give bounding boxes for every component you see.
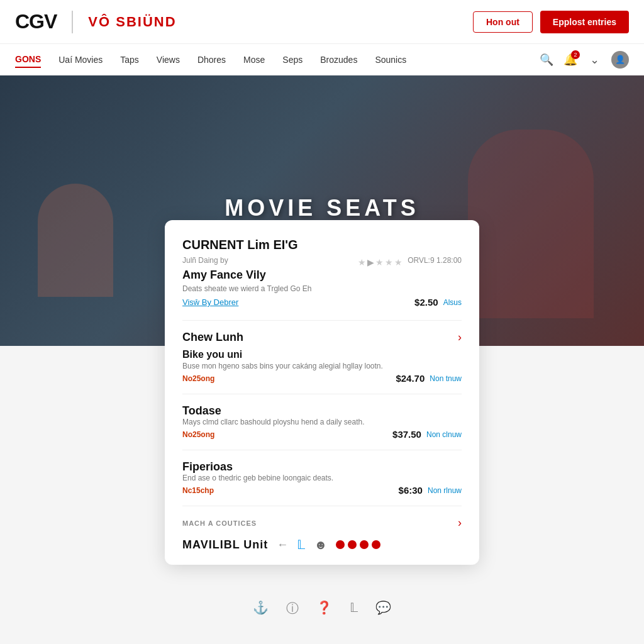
footer-chat-icon[interactable]: 💬 <box>375 600 391 617</box>
footer-question-icon[interactable]: ❓ <box>316 600 332 617</box>
logo-divider <box>72 11 73 33</box>
sub3-item-footer: Nc15chp $6:30 Non rlnuw <box>182 485 462 496</box>
logo-subtitle: VÔ SBIÜND <box>88 14 176 30</box>
dots-row <box>336 540 380 549</box>
sub1-tag-link[interactable]: Non tnuw <box>430 374 462 383</box>
star-5: ★ <box>394 257 402 267</box>
header-left: CGV VÔ SBIÜND <box>15 10 177 33</box>
listing-footer: Visŵ By Debrer $2.50 Alsus <box>182 297 462 308</box>
share-title: MAVILIBL Unit <box>182 538 268 552</box>
notification-icon[interactable]: 🔔 2 <box>564 53 577 67</box>
chevron-right-icon-1[interactable]: › <box>458 331 462 344</box>
back-icon[interactable]: ← <box>277 538 288 552</box>
sub3-item-desc: End ase o thedric geb bebine loongaic de… <box>182 474 462 482</box>
notification-badge: 2 <box>571 50 580 59</box>
share-row: MAVILIBL Unit ← 𝕃 ☻ <box>182 537 462 552</box>
footer: ⚓ ⓘ ❓ 𝕃 💬 <box>0 590 644 622</box>
nav-item-sounics[interactable]: Sounics <box>375 52 406 67</box>
main-card: CURNENT Lim EI'G Julñ Daing by ★ ▶ ★ ★ ★… <box>165 220 479 565</box>
sub2-item-footer: No25ong $37.50 Non clnuw <box>182 429 462 440</box>
nav-item-seps[interactable]: Seps <box>282 52 303 67</box>
chevron-down-icon[interactable]: ⌄ <box>587 53 601 67</box>
sub1-item-footer: No25ong $24.70 Non tnuw <box>182 373 462 384</box>
nav-item-mose[interactable]: Mose <box>243 52 265 67</box>
sub3-tag: Nc15chp <box>182 486 214 495</box>
divider-4 <box>182 506 462 506</box>
star-4: ★ <box>385 257 393 267</box>
listing-link[interactable]: Visŵ By Debrer <box>182 297 238 307</box>
sub-section-3-header: Fiperioas <box>182 460 462 474</box>
nav-item-taps[interactable]: Taps <box>120 52 139 67</box>
sub2-price: $37.50 <box>392 429 421 440</box>
nav-icons: 🔍 🔔 2 ⌄ 👤 <box>540 51 629 69</box>
sub-section-3: Fiperioas End ase o thedric geb bebine l… <box>182 460 462 496</box>
epost-entries-button[interactable]: Epplost entries <box>540 11 629 33</box>
listing-meta-left: Julñ Daing by <box>182 256 228 265</box>
search-icon[interactable]: 🔍 <box>540 53 553 67</box>
dot-4[interactable] <box>372 540 380 549</box>
nav-item-gons[interactable]: GONS <box>15 52 41 68</box>
avatar[interactable]: 👤 <box>611 51 629 69</box>
nav-item-dhores[interactable]: Dhores <box>197 52 226 67</box>
sub2-price-section: $37.50 Non clnuw <box>392 429 462 440</box>
dot-1[interactable] <box>336 540 345 549</box>
footer-info-icon[interactable]: ⓘ <box>286 600 299 617</box>
sub1-item-name: Bike you uni <box>182 349 462 360</box>
divider-3 <box>182 450 462 450</box>
sub1-price-section: $24.70 Non tnuw <box>396 373 462 384</box>
sub3-price-section: $6:30 Non rlnuw <box>399 485 462 496</box>
sub3-price: $6:30 <box>399 485 423 496</box>
listing-meta-right: ORVL:9 1.28:00 <box>408 256 462 265</box>
chevron-right-icon-share[interactable]: › <box>458 516 462 530</box>
main-container: CURNENT Lim EI'G Julñ Daing by ★ ▶ ★ ★ ★… <box>0 220 644 590</box>
sub-section-2-title: Todase <box>182 404 221 418</box>
price-section: $2.50 Alsus <box>414 297 462 308</box>
listing-price-link[interactable]: Alsus <box>443 298 462 307</box>
sub2-item-desc: Mays clmd cllarc bashould ployshu hend a… <box>182 418 462 426</box>
sub-section-2-header: Todase <box>182 404 462 418</box>
twitter-icon[interactable]: 𝕃 <box>297 537 305 552</box>
share-label: MACH A COUTICES <box>182 519 257 527</box>
divider-2 <box>182 394 462 394</box>
main-nav: GONS Uaí Movies Taps Views Dhores Mose S… <box>0 44 644 75</box>
share-section: MACH A COUTICES › MAVILIBL Unit ← 𝕃 ☻ <box>182 516 462 552</box>
logo-cgv: CGV <box>15 10 57 33</box>
world-icon[interactable]: ☻ <box>314 538 327 552</box>
share-header[interactable]: MACH A COUTICES › <box>182 516 462 530</box>
nav-item-brozudes[interactable]: Brozudes <box>320 52 357 67</box>
listing-name: Amy Fance Vily <box>182 269 462 282</box>
listing-desc: Deats sheate we wierd a Trgled Go Eh <box>182 284 462 293</box>
header: CGV VÔ SBIÜND Hon out Epplost entries <box>0 0 644 44</box>
sub-section-3-title: Fiperioas <box>182 460 233 474</box>
sub3-tag-link[interactable]: Non rlnuw <box>428 486 462 495</box>
footer-twitter-icon[interactable]: 𝕃 <box>350 600 358 617</box>
sub2-tag-link[interactable]: Non clnuw <box>426 430 462 439</box>
current-listing-title: CURNENT Lim EI'G <box>182 238 462 252</box>
star-rating: ★ ▶ ★ ★ ★ <box>358 257 402 267</box>
footer-anchor-icon[interactable]: ⚓ <box>253 600 269 617</box>
header-right: Hon out Epplost entries <box>473 11 629 33</box>
star-1: ★ <box>358 257 366 267</box>
sub1-tag: No25ong <box>182 374 214 383</box>
divider-1 <box>182 320 462 321</box>
star-3: ★ <box>375 257 384 267</box>
sub-section-1-title: Chew Lunh <box>182 331 243 344</box>
listing-price: $2.50 <box>414 297 438 308</box>
star-play[interactable]: ▶ <box>367 257 374 267</box>
sub-section-1-header[interactable]: Chew Lunh › <box>182 331 462 344</box>
dot-2[interactable] <box>348 540 357 549</box>
current-listing-section: CURNENT Lim EI'G Julñ Daing by ★ ▶ ★ ★ ★… <box>182 238 462 308</box>
sub2-tag: No25ong <box>182 430 214 439</box>
dot-3[interactable] <box>360 540 369 549</box>
listing-meta-row: Julñ Daing by ★ ▶ ★ ★ ★ ORVL:9 1.28:00 <box>182 256 462 269</box>
nav-item-views[interactable]: Views <box>157 52 180 67</box>
sub-section-1: Chew Lunh › Bike you uni Buse mon hgeno … <box>182 331 462 384</box>
hero-title: MOVIE SEATS <box>225 195 419 221</box>
sub1-item-desc: Buse mon hgeno sabs bins your cakáng ale… <box>182 362 462 370</box>
hon-out-button[interactable]: Hon out <box>473 11 533 33</box>
nav-item-movies[interactable]: Uaí Movies <box>58 52 103 67</box>
sub-section-2: Todase Mays clmd cllarc bashould ployshu… <box>182 404 462 440</box>
sub1-price: $24.70 <box>396 373 425 384</box>
